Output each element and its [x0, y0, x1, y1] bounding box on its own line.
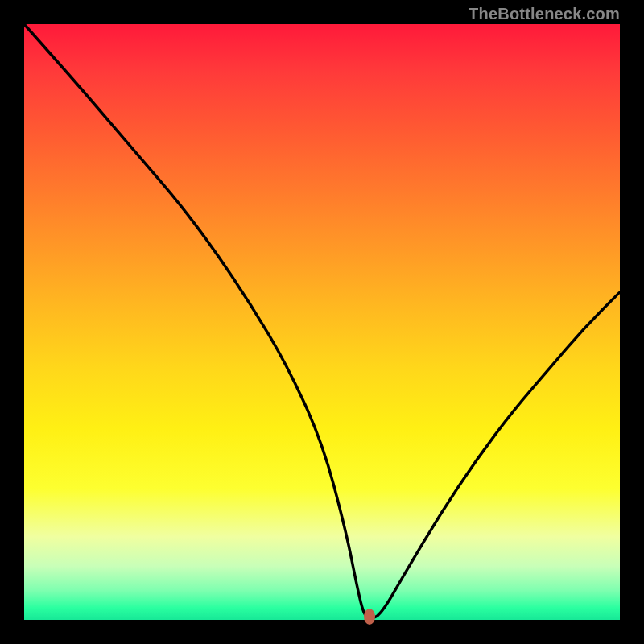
- bottleneck-curve: [24, 24, 620, 618]
- minimum-marker: [364, 609, 375, 625]
- chart-curve-layer: [24, 24, 620, 620]
- attribution-watermark: TheBottleneck.com: [469, 5, 620, 23]
- chart-frame: TheBottleneck.com: [0, 0, 644, 644]
